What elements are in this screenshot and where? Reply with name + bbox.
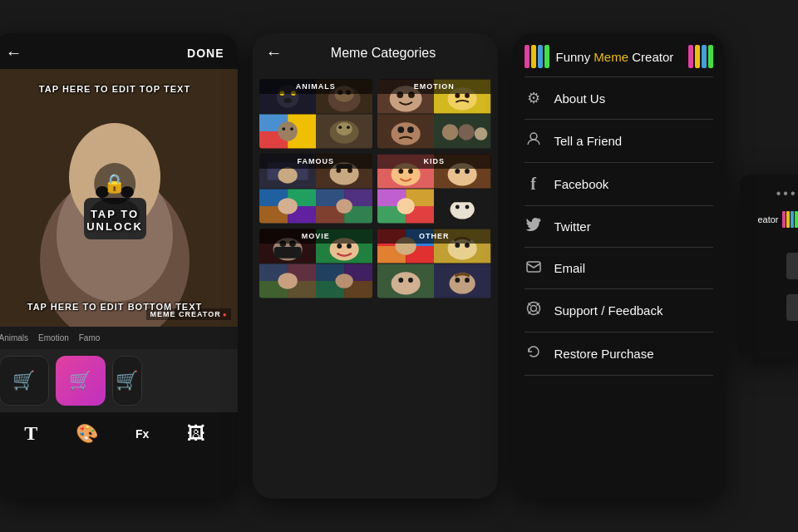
divider-7 [525, 375, 713, 376]
meme-editor-screen: ← DONE [0, 33, 238, 499]
animals-label: ANIMALS [259, 79, 373, 94]
app-icon-right [688, 45, 713, 68]
svg-point-58 [278, 198, 297, 214]
categories-title: Meme Categories [283, 46, 485, 61]
twitter-label: Twitter [554, 219, 591, 234]
svg-point-40 [397, 126, 404, 133]
svg-point-112 [398, 278, 403, 283]
categories-top-bar: ← Meme Categories [253, 33, 498, 72]
category-kids[interactable]: KIDS [377, 154, 491, 224]
svg-point-111 [392, 272, 421, 294]
menu-item-friend[interactable]: Tell a Friend [513, 120, 725, 162]
partial-icon-strip [782, 211, 798, 228]
famous-img-4 [316, 189, 372, 224]
cat-tab-animals[interactable]: Animals [0, 333, 28, 342]
facebook-label: Facebook [554, 177, 609, 191]
app-name-meme: Meme [594, 50, 628, 64]
ps-2 [786, 211, 790, 228]
image-tool[interactable]: 🖼 [187, 423, 205, 445]
person-icon [525, 131, 543, 150]
paint-tool[interactable]: 🎨 [76, 423, 98, 445]
app-name-funny: Funny [556, 50, 594, 64]
category-famous[interactable]: FAMOUS [259, 154, 373, 224]
editor-top-bar: ← DONE [0, 33, 238, 69]
gear-icon: ⚙ [525, 89, 543, 107]
categories-grid: ANIMALS [253, 72, 498, 305]
lock-overlay[interactable]: 🔒 TAP TOUNLOCK [86, 163, 143, 233]
back-button[interactable]: ← [6, 43, 22, 62]
bottom-text-placeholder[interactable]: TAP HERE TO EDIT BOTTOM TEXT [0, 302, 238, 312]
svg-rect-84 [273, 247, 301, 259]
ps-4 [795, 211, 798, 228]
other-img-4 [434, 264, 490, 298]
support-label: Support / Feedback [554, 303, 663, 318]
menu-item-about[interactable]: ⚙ About Us [513, 77, 725, 119]
sticker-cart-1[interactable]: 🛒 [0, 356, 49, 406]
category-movie[interactable]: MOVIE [259, 229, 373, 298]
done-button[interactable]: DONE [187, 47, 224, 60]
cat-tab-emotion[interactable]: Emotion [38, 333, 69, 342]
svg-point-63 [336, 199, 352, 214]
settings-menu-screen: Funny Meme Creator ⚙ About Us [513, 33, 725, 499]
svg-point-45 [475, 127, 488, 140]
kids-label: KIDS [377, 154, 491, 169]
sticker-cart-3[interactable]: 🛒 [112, 356, 142, 406]
svg-point-39 [392, 122, 421, 145]
partial-app-name: eator [757, 211, 797, 228]
ps-1 [782, 211, 786, 228]
top-text-placeholder[interactable]: TAP HERE TO EDIT TOP TEXT [0, 84, 238, 94]
stickers-row: 🛒 🛒 🛒 [0, 349, 238, 412]
svg-rect-119 [527, 262, 540, 272]
categories-strip: Animals Emotion Famo [0, 327, 238, 349]
svg-point-76 [397, 198, 414, 214]
menu-item-restore[interactable]: Restore Purchase [513, 332, 725, 375]
svg-point-23 [282, 127, 285, 131]
sticker-cart-2[interactable]: 🛒 [56, 356, 106, 406]
back-button-2[interactable]: ← [266, 43, 283, 62]
lock-icon: 🔒 [94, 163, 135, 204]
svg-point-117 [465, 278, 470, 283]
svg-point-81 [466, 205, 470, 209]
menu-item-twitter[interactable]: Twitter [513, 206, 725, 247]
animals-img-3 [259, 114, 316, 149]
animals-img-4 [316, 114, 372, 149]
svg-point-113 [408, 278, 413, 283]
other-label: OTHER [377, 229, 491, 244]
svg-point-41 [407, 126, 414, 133]
famous-img-3 [259, 189, 316, 224]
chevron-2 [786, 294, 798, 321]
app-icon-left [525, 45, 549, 68]
svg-point-116 [456, 278, 461, 283]
icon-stripe-r1 [688, 45, 693, 68]
restore-icon [525, 344, 543, 363]
partial-right-panel: ••• eator [740, 175, 799, 357]
svg-point-78 [451, 200, 475, 219]
icon-stripe-3 [538, 45, 543, 68]
svg-point-66 [398, 169, 403, 174]
menu-item-facebook[interactable]: f Facebook [513, 163, 725, 205]
kids-img-3 [377, 189, 434, 224]
svg-point-100 [335, 273, 352, 288]
category-other[interactable]: OTHER [377, 229, 491, 298]
effects-tool[interactable]: Fx [135, 427, 149, 441]
category-animals[interactable]: ANIMALS [259, 79, 373, 149]
svg-point-12 [283, 98, 292, 103]
email-label: Email [554, 261, 586, 275]
svg-point-24 [290, 127, 293, 131]
svg-point-28 [338, 126, 342, 129]
cat-tab-famous[interactable]: Famo [79, 333, 101, 342]
twitter-icon [525, 218, 543, 235]
app-header: Funny Meme Creator [513, 33, 725, 76]
menu-item-email[interactable]: Email [513, 248, 725, 288]
svg-point-48 [278, 167, 297, 184]
emotion-img-3 [377, 114, 434, 149]
svg-point-71 [465, 169, 470, 174]
category-emotion[interactable]: EMOTION [377, 79, 491, 149]
text-tool[interactable]: T [24, 422, 37, 445]
kids-img-4 [434, 189, 490, 224]
icon-stripe-r4 [708, 45, 713, 68]
meme-canvas[interactable]: TAP HERE TO EDIT TOP TEXT 🔒 TAP TOUNLOCK… [0, 69, 238, 327]
svg-point-90 [347, 244, 352, 249]
menu-item-support[interactable]: Support / Feedback [513, 289, 725, 332]
svg-point-67 [408, 169, 413, 174]
